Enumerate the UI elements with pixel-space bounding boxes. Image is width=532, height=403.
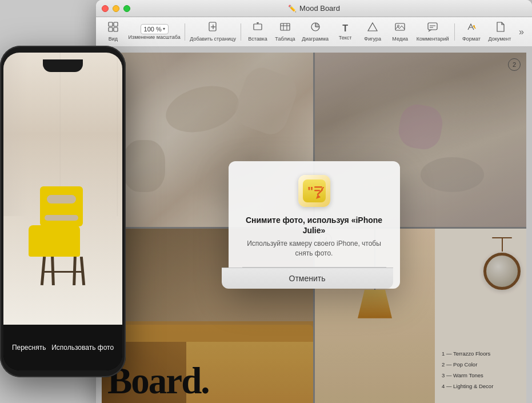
zoom-chevron-icon: ▾ <box>163 26 165 31</box>
chair-photo <box>3 53 122 325</box>
toolbar-document-button[interactable]: Документ <box>486 19 513 44</box>
svg-marker-17 <box>368 23 377 31</box>
svg-rect-2 <box>109 27 113 31</box>
chair-body <box>37 225 89 257</box>
window-controls <box>102 5 130 12</box>
add-page-icon <box>208 22 218 35</box>
toolbar-document-label: Документ <box>489 36 511 42</box>
toolbar-separator-3 <box>454 23 455 41</box>
iphone-bottom-bar: Переснять Использовать фото <box>3 325 122 370</box>
toolbar-media-button[interactable]: Медиа <box>387 19 413 44</box>
title-pencil-icon: ✏️ <box>288 5 297 13</box>
shape-icon <box>367 22 378 35</box>
iphone-screen: Переснять Использовать фото <box>3 53 122 370</box>
toolbar-shape-button[interactable]: Фигура <box>360 19 385 44</box>
chair-seat <box>29 225 80 257</box>
dialog-app-icon: " <box>298 175 330 207</box>
media-icon <box>395 22 405 35</box>
svg-rect-3 <box>114 27 118 31</box>
svg-rect-20 <box>428 23 437 30</box>
chart-icon <box>310 22 321 35</box>
view-icon <box>108 22 118 35</box>
close-button[interactable] <box>102 5 109 12</box>
toolbar-text-label: Текст <box>339 35 352 41</box>
toolbar-chart-label: Диаграмма <box>302 36 329 42</box>
svg-rect-28 <box>314 190 320 191</box>
toolbar-chart-button[interactable]: Диаграмма <box>300 19 330 44</box>
svg-rect-25 <box>303 179 326 202</box>
svg-rect-10 <box>281 23 290 30</box>
toolbar-add-page-label: Добавить страницу <box>190 36 236 42</box>
toolbar: Вид 100 % ▾ Изменение масштаба Добавить … <box>96 17 532 47</box>
svg-rect-1 <box>114 22 118 26</box>
toolbar-format-button[interactable]: Формат <box>459 19 484 44</box>
toolbar-zoom-label: Изменение масштаба <box>129 34 181 40</box>
dialog-cancel-button[interactable]: Отменить <box>222 268 393 289</box>
iphone: Переснять Использовать фото <box>0 46 126 377</box>
toolbar-table-label: Таблица <box>275 36 295 42</box>
zoom-value: 100 % <box>144 26 162 33</box>
format-icon <box>466 22 477 35</box>
zoom-control[interactable]: 100 % ▾ <box>141 24 169 34</box>
window-title-area: ✏️ Mood Board <box>288 4 340 13</box>
toolbar-more-button[interactable]: » <box>515 25 527 39</box>
toolbar-zoom-item[interactable]: 100 % ▾ Изменение масштаба <box>128 22 181 42</box>
toolbar-view-label: Вид <box>109 36 118 42</box>
svg-rect-7 <box>254 24 262 30</box>
toolbar-separator-2 <box>241 23 241 41</box>
document-icon <box>495 22 505 35</box>
toolbar-text-button[interactable]: T Текст <box>333 21 358 43</box>
toolbar-view-button[interactable]: Вид <box>101 19 126 44</box>
canvas-area: 1 2 <box>96 47 532 403</box>
mac-window: ✏️ Mood Board Вид 100 % ▾ Изменение <box>96 0 532 403</box>
retake-button[interactable]: Переснять <box>12 344 46 352</box>
maximize-button[interactable] <box>123 5 130 12</box>
toolbar-media-label: Медиа <box>392 36 408 42</box>
toolbar-shape-label: Фигура <box>364 36 381 42</box>
dialog-subtitle: Используйте камеру своего iPhone, чтобы … <box>242 239 386 258</box>
dialog-overlay: " Снимите фото, используя «iPhone Julie»… <box>96 47 532 403</box>
toolbar-separator-1 <box>185 23 185 41</box>
toolbar-format-label: Формат <box>462 36 481 42</box>
svg-rect-0 <box>109 22 113 26</box>
insert-icon <box>253 22 263 35</box>
dialog-box: " Снимите фото, используя «iPhone Julie»… <box>229 161 400 289</box>
text-icon: T <box>342 23 348 34</box>
toolbar-insert-label: Вставка <box>248 36 267 42</box>
toolbar-insert-button[interactable]: Вставка <box>245 19 270 44</box>
toolbar-table-button[interactable]: Таблица <box>273 19 298 44</box>
window-title: Mood Board <box>299 4 340 13</box>
use-photo-button[interactable]: Использовать фото <box>51 344 114 352</box>
minimize-button[interactable] <box>113 5 119 12</box>
toolbar-comment-button[interactable]: Комментарий <box>415 19 450 44</box>
toolbar-add-page-button[interactable]: Добавить страницу <box>189 19 237 44</box>
dialog-title: Снимите фото, используя «iPhone Julie» <box>242 215 386 236</box>
comment-icon <box>427 22 438 35</box>
title-bar: ✏️ Mood Board <box>96 0 532 17</box>
chair-back <box>40 186 83 226</box>
svg-rect-18 <box>395 23 405 30</box>
table-icon <box>280 22 290 35</box>
svg-text:": " <box>307 184 313 198</box>
svg-rect-27 <box>314 186 322 188</box>
toolbar-comment-label: Комментарий <box>417 36 449 42</box>
iphone-photo-area <box>3 53 122 325</box>
iphone-notch <box>43 59 83 72</box>
svg-point-24 <box>473 25 475 27</box>
